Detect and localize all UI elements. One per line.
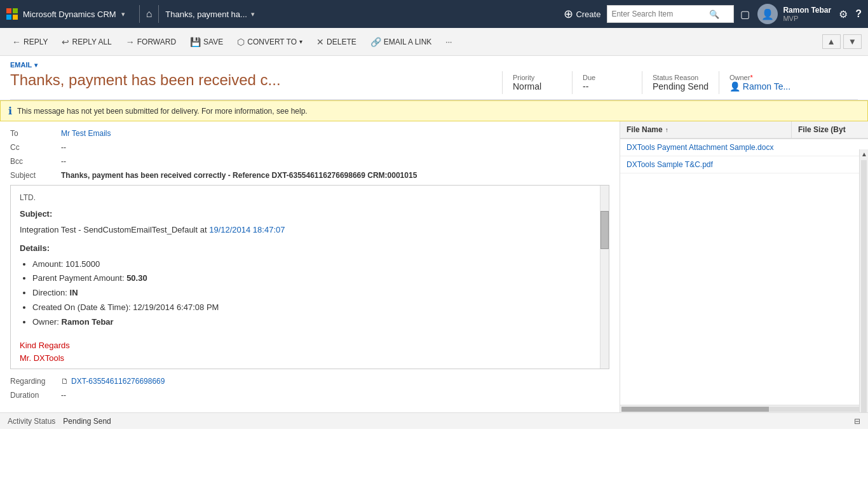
body-date-row: Date: 19/12/2014 bbox=[20, 365, 596, 369]
save-button[interactable]: 💾 SAVE bbox=[184, 33, 229, 51]
cc-value: -- bbox=[61, 143, 66, 152]
bottom-fields: Regarding 🗋 DXT-635546116276698669 Durat… bbox=[10, 377, 609, 400]
notifications-icon[interactable]: ▢ bbox=[740, 8, 750, 20]
filename-sort-icon[interactable]: ↑ bbox=[665, 126, 668, 133]
nav-divider-2 bbox=[158, 5, 159, 23]
attachment-item[interactable]: DXTools Payment Attachment Sample.docx bbox=[620, 139, 868, 156]
svg-rect-2 bbox=[6, 15, 11, 20]
attachment-filename-1: DXTools Payment Attachment Sample.docx bbox=[627, 143, 773, 152]
due-field: Due -- bbox=[573, 71, 642, 94]
owner-label: Owner* bbox=[729, 74, 790, 81]
cc-field-row: Cc -- bbox=[10, 143, 609, 152]
create-label: Create bbox=[576, 10, 600, 19]
brand-dropdown-icon[interactable]: ▾ bbox=[121, 10, 125, 18]
app-brand[interactable]: Microsoft Dynamics CRM ▾ bbox=[6, 8, 133, 20]
status-reason-label: Status Reason bbox=[653, 74, 709, 81]
svg-rect-1 bbox=[13, 8, 18, 13]
nav-up-button[interactable]: ▲ bbox=[822, 34, 841, 49]
reply-all-button[interactable]: ↩ REPLY ALL bbox=[56, 33, 117, 51]
delete-button[interactable]: ✕ DELETE bbox=[311, 33, 362, 51]
priority-value: Normal bbox=[513, 81, 562, 92]
reply-label: REPLY bbox=[24, 37, 48, 46]
bcc-label: Bcc bbox=[10, 157, 61, 166]
email-title-row: Thanks, payment has been received c... P… bbox=[10, 71, 858, 100]
convert-to-button[interactable]: ⬡ CONVERT TO ▾ bbox=[231, 33, 308, 51]
owner-label-text: Owner bbox=[729, 74, 750, 81]
body-subject-heading: Subject: bbox=[20, 208, 596, 221]
owner-field: Owner* 👤 Ramon Te... bbox=[719, 71, 801, 94]
link-icon: 🔗 bbox=[370, 37, 381, 47]
convert-icon: ⬡ bbox=[237, 37, 245, 47]
body-date-label: Date: bbox=[20, 367, 39, 369]
nav-divider-1 bbox=[139, 5, 140, 23]
regarding-field-row: Regarding 🗋 DXT-635546116276698669 bbox=[10, 377, 609, 386]
create-button[interactable]: ⊕ Create bbox=[564, 7, 600, 21]
regarding-value[interactable]: DXT-635546116276698669 bbox=[71, 377, 165, 386]
search-box[interactable]: 🔍 bbox=[607, 5, 734, 23]
ltd-text: LTD. bbox=[20, 192, 596, 204]
regarding-value-row: 🗋 DXT-635546116276698669 bbox=[61, 377, 165, 386]
toolbar-navigation: ▲ ▼ bbox=[822, 34, 862, 49]
detail-created: Created On (Date & Time): 12/19/2014 6:4… bbox=[32, 301, 596, 315]
detail-owner: Owner: Ramon Tebar bbox=[32, 316, 596, 329]
user-name: Ramon Tebar bbox=[783, 6, 831, 15]
parent-amount-val: 50.30 bbox=[126, 273, 147, 283]
due-value: -- bbox=[583, 81, 632, 92]
email-section-dropdown[interactable]: ▾ bbox=[34, 62, 37, 69]
to-field-row: To Mr Test Emails bbox=[10, 129, 609, 138]
nav-down-button[interactable]: ▼ bbox=[843, 34, 862, 49]
nav-title-dropdown-icon[interactable]: ▾ bbox=[251, 10, 255, 18]
search-icon[interactable]: 🔍 bbox=[709, 10, 719, 19]
search-input[interactable] bbox=[611, 10, 707, 18]
notification-message: This message has not yet been submitted … bbox=[17, 107, 308, 116]
delete-label: DELETE bbox=[327, 37, 356, 46]
scroll-up-button[interactable]: ▲ bbox=[860, 149, 868, 159]
forward-button[interactable]: → FORWARD bbox=[120, 33, 182, 51]
bcc-field-row: Bcc -- bbox=[10, 157, 609, 166]
action-toolbar: ← REPLY ↩ REPLY ALL → FORWARD 💾 SAVE ⬡ C… bbox=[0, 28, 868, 56]
filename-col-header: File Name ↑ bbox=[620, 121, 792, 138]
email-link-button[interactable]: 🔗 EMAIL A LINK bbox=[365, 33, 438, 51]
brand-name: Microsoft Dynamics CRM bbox=[23, 10, 116, 19]
owner-name: Ramon Te... bbox=[743, 81, 790, 92]
body-details-heading: Details: bbox=[20, 242, 596, 255]
nav-icon-group: ▢ 👤 Ramon Tebar MVP ⚙ ? bbox=[740, 4, 862, 24]
settings-icon[interactable]: ⚙ bbox=[839, 8, 848, 20]
body-subject-line: Integration Test - SendCustomEmailTest_D… bbox=[20, 224, 596, 237]
priority-label: Priority bbox=[513, 74, 562, 81]
email-header: EMAIL ▾ Thanks, payment has been receive… bbox=[0, 56, 868, 100]
body-mr-dxtools: Mr. DXTools bbox=[20, 352, 596, 365]
direction-val: IN bbox=[70, 288, 78, 297]
right-panel: File Name ↑ File Size (Byt DXTools Payme… bbox=[620, 121, 868, 412]
more-label: ··· bbox=[445, 37, 452, 46]
user-profile[interactable]: 👤 Ramon Tebar MVP bbox=[757, 4, 831, 24]
more-button[interactable]: ··· bbox=[440, 34, 458, 50]
cc-label: Cc bbox=[10, 143, 61, 152]
attachment-list: DXTools Payment Attachment Sample.docx D… bbox=[620, 139, 868, 405]
attachment-item[interactable]: DXTools Sample T&C.pdf bbox=[620, 156, 868, 173]
attachment-horizontal-scrollbar[interactable] bbox=[620, 405, 868, 412]
nav-home-icon[interactable]: ⌂ bbox=[146, 8, 153, 20]
right-panel-scrollbar[interactable]: ▲ ▼ bbox=[859, 149, 868, 412]
duration-value: -- bbox=[61, 391, 66, 400]
body-details-list: Amount: 101.5000 Parent Payment Amount: … bbox=[32, 258, 596, 329]
owner-value[interactable]: 👤 Ramon Te... bbox=[729, 81, 790, 92]
save-icon: 💾 bbox=[190, 37, 201, 47]
attachment-filename-2: DXTools Sample T&C.pdf bbox=[627, 160, 713, 169]
detail-parent: Parent Payment Amount: 50.30 bbox=[32, 272, 596, 285]
help-icon[interactable]: ? bbox=[855, 8, 862, 20]
info-icon: ℹ bbox=[8, 105, 12, 117]
email-body-scrollbar[interactable] bbox=[600, 186, 609, 369]
form-body: To Mr Test Emails Cc -- Bcc -- Subject T… bbox=[0, 121, 868, 412]
reply-all-label: REPLY ALL bbox=[72, 37, 111, 46]
filesize-col-label: File Size (Byt bbox=[798, 125, 846, 134]
svg-rect-3 bbox=[13, 15, 18, 20]
priority-field: Priority Normal bbox=[503, 71, 573, 94]
reply-button[interactable]: ← REPLY bbox=[6, 33, 53, 51]
right-panel-inner: File Name ↑ File Size (Byt DXTools Payme… bbox=[620, 121, 868, 412]
regarding-icon: 🗋 bbox=[61, 377, 69, 386]
convert-to-label: CONVERT TO bbox=[247, 37, 297, 46]
to-value[interactable]: Mr Test Emails bbox=[61, 129, 111, 138]
subject-field-row: Subject Thanks, payment has been receive… bbox=[10, 171, 609, 180]
status-reason-value: Pending Send bbox=[653, 81, 709, 92]
